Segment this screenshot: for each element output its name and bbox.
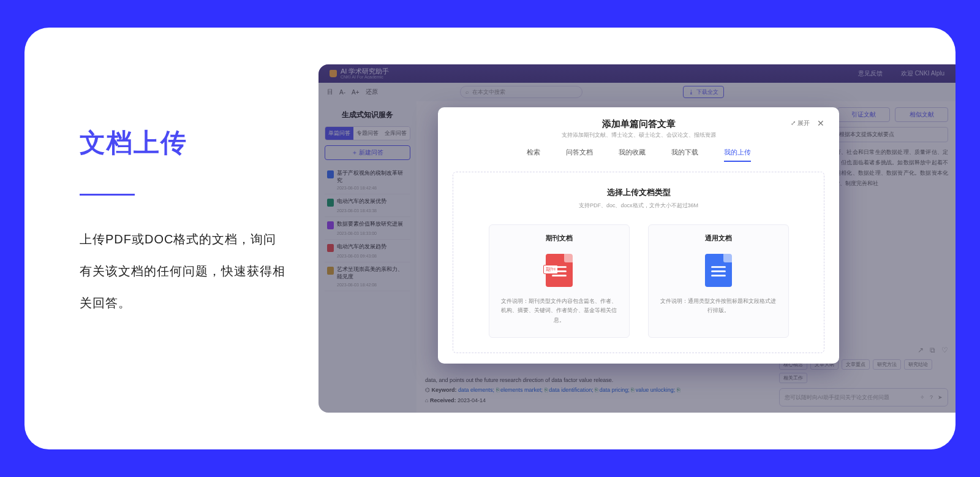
modal-tab[interactable]: 我的下载 xyxy=(671,148,698,162)
upload-card-desc: 文件说明：期刊类型文件内容包含篇名、作者、机构、摘要、关键词、作者简介、基金等相… xyxy=(500,297,618,325)
share-icon[interactable]: ↗ xyxy=(918,346,924,354)
suggestion-chip[interactable]: 文章重点 xyxy=(842,359,870,370)
like-icon[interactable]: ♡ xyxy=(941,346,948,354)
modal-tabs: 检索问答文档我的收藏我的下载我的上传 xyxy=(453,148,824,162)
upload-card-journal[interactable]: 期刊文档 期刊 文件说明：期刊类型文件内容包含篇名、作者、机构、摘要、关键词、作… xyxy=(489,224,630,338)
upload-card-desc: 文件说明：通用类型文件按照标题和文段格式进行排版。 xyxy=(660,297,777,316)
file-icon xyxy=(327,199,334,207)
upload-title: 选择上传文档类型 xyxy=(607,187,671,198)
keyword[interactable]: data pricing; xyxy=(598,387,631,393)
doc-search-input[interactable]: ⌕ 在本文中搜索 xyxy=(460,86,582,98)
sidebar-item-label: 电动汽车的发展趋势 xyxy=(337,243,386,251)
received-line: ⌂ Received: 2023-04-14 xyxy=(425,397,763,405)
sidebar-item[interactable]: 电动汽车的发展优势2023-08-03 18:43:38 xyxy=(325,194,410,217)
feedback-link[interactable]: 意见反馈 xyxy=(858,69,883,78)
brand-line2: CNKI AI For Academic xyxy=(341,75,389,80)
modal-tab[interactable]: 我的上传 xyxy=(724,148,751,162)
suggestion-chip[interactable]: 研究结论 xyxy=(904,359,932,370)
key-icon: ⌬ xyxy=(425,387,432,393)
sidebar-item[interactable]: 基于产权视角的税制改革研究2023-08-03 18:42:48 xyxy=(325,166,410,194)
toolbar: 目 A- A+ 还原 ⌕ 在本文中搜索 ⭳ 下载全文 xyxy=(318,83,956,101)
feature-description: 上传PDF或DOC格式的文档，询问有关该文档的任何问题，快速获得相关回答。 xyxy=(80,223,288,319)
calendar-icon: ⌂ xyxy=(425,397,430,403)
modal-tab[interactable]: 问答文档 xyxy=(566,148,593,162)
copy-icon[interactable]: ⧉ xyxy=(930,346,935,354)
keyword[interactable]: data elements; xyxy=(458,387,496,393)
suggestion-chip[interactable]: 研究方法 xyxy=(873,359,901,370)
keywords-line: ⌬ Keyword: data elements; ⎘ elements mar… xyxy=(425,386,763,395)
copy-keyword-icon[interactable]: ⎘ xyxy=(677,387,680,393)
upload-card-general[interactable]: 通用文档 文件说明：通用类型文件按照标题和文段格式进行排版。 xyxy=(648,224,789,338)
help-icon[interactable]: ? xyxy=(930,394,933,400)
sidebar-tab-single[interactable]: 单篇问答 xyxy=(325,127,353,140)
search-icon: ⌕ xyxy=(466,89,469,95)
file-type-icon: 期刊 xyxy=(546,254,573,287)
add-article-modal: 添加单篇问答文章 ⤢ 展开 ✕ 支持添加期刊文献、博士论文、硕士论文、会议论文、… xyxy=(438,107,839,364)
file-icon xyxy=(327,170,334,178)
download-button[interactable]: ⭳ 下载全文 xyxy=(683,86,724,98)
file-icon xyxy=(327,221,334,229)
new-question-button[interactable]: ＋ 新建问答 xyxy=(325,145,410,160)
sidebar-title: 生成式知识服务 xyxy=(325,110,410,120)
welcome-text: 欢迎 CNKI Alplu xyxy=(901,69,944,78)
divider xyxy=(80,194,135,196)
brand-line1: AI 学术研究助手 xyxy=(341,67,389,75)
sidebar-tab-all[interactable]: 全库问答 xyxy=(382,127,410,140)
chat-input[interactable]: 您可以随时向AI助手提问关于论文任何问题 ✧ ? ➤ xyxy=(779,388,948,406)
upload-subtitle: 支持PDF、doc、docx格式，文件大小不超过36M xyxy=(579,202,698,210)
sidebar: 生成式知识服务 单篇问答 专题问答 全库问答 ＋ 新建问答 基于产权视角的税制改… xyxy=(318,101,417,413)
font-inc-button[interactable]: A+ xyxy=(352,89,360,96)
sidebar-item-meta: 2023-08-03 09:43:08 xyxy=(337,254,408,258)
app-screenshot: AI 学术研究助手 CNKI AI For Academic 意见反馈 欢迎 C… xyxy=(318,64,956,413)
keyword[interactable]: data identification; xyxy=(548,387,595,393)
restore-button[interactable]: 还原 xyxy=(366,88,378,96)
modal-tab[interactable]: 我的收藏 xyxy=(619,148,646,162)
font-dec-button[interactable]: A- xyxy=(339,89,345,96)
file-type-icon xyxy=(705,254,732,287)
close-icon[interactable]: ✕ xyxy=(817,118,824,128)
upload-zone: 选择上传文档类型 支持PDF、doc、docx格式，文件大小不超过36M 期刊文… xyxy=(453,172,824,353)
keyword[interactable]: value unlocking; xyxy=(634,387,677,393)
rp-tab-1[interactable]: 引证文献 xyxy=(837,107,891,122)
rp-tab-2[interactable]: 相似文献 xyxy=(895,107,948,122)
feature-description-pane: 文档上传 上传PDF或DOC格式的文档，询问有关该文档的任何问题，快速获得相关回… xyxy=(80,64,288,413)
modal-title: 添加单篇问答文章 xyxy=(602,118,676,130)
idea-icon[interactable]: ✧ xyxy=(920,394,925,400)
sidebar-item-label: 数据要素价值释放研究进展 xyxy=(337,221,403,228)
sidebar-item[interactable]: 艺术呈现崇高美的亲和力、能见度2023-08-03 18:42:08 xyxy=(325,262,410,291)
sidebar-item[interactable]: 数据要素价值释放研究进展2023-08-03 18:33:00 xyxy=(325,217,410,240)
modal-subtitle: 支持添加期刊文献、博士论文、硕士论文、会议论文、报纸资源 xyxy=(453,131,824,139)
sidebar-item[interactable]: 电动汽车的发展趋势2023-08-03 09:43:08 xyxy=(325,240,410,262)
sidebar-item-label: 基于产权视角的税制改革研究 xyxy=(337,170,408,184)
sidebar-item-label: 艺术呈现崇高美的亲和力、能见度 xyxy=(337,266,408,280)
abstract-line: data, and points out the future research… xyxy=(425,376,763,385)
modal-tab[interactable]: 检索 xyxy=(527,148,540,162)
sidebar-item-meta: 2023-08-03 18:43:38 xyxy=(337,208,408,213)
sidebar-item-meta: 2023-08-03 18:42:08 xyxy=(337,283,408,287)
suggestion-chip[interactable]: 相关工作 xyxy=(779,373,807,383)
sidebar-item-label: 电动汽车的发展优势 xyxy=(337,198,386,205)
file-icon xyxy=(327,267,334,275)
rp-actions: ↗ ⧉ ♡ xyxy=(918,346,948,354)
app-header: AI 学术研究助手 CNKI AI For Academic 意见反馈 欢迎 C… xyxy=(318,64,956,83)
sidebar-item-meta: 2023-08-03 18:42:48 xyxy=(337,186,408,190)
header-links: 意见反馈 欢迎 CNKI Alplu xyxy=(858,69,944,78)
sidebar-tabs: 单篇问答 专题问答 全库问答 xyxy=(325,126,410,140)
brand-flame-icon xyxy=(330,70,337,77)
file-icon xyxy=(327,244,334,252)
upload-card-title: 通用文档 xyxy=(705,234,732,243)
sidebar-item-meta: 2023-08-03 18:33:00 xyxy=(337,231,408,235)
download-icon: ⭳ xyxy=(688,89,694,95)
app-brand: AI 学术研究助手 CNKI AI For Academic xyxy=(330,67,389,80)
send-icon[interactable]: ➤ xyxy=(938,394,943,400)
expand-button[interactable]: ⤢ 展开 xyxy=(791,119,810,128)
feature-card: 文档上传 上传PDF或DOC格式的文档，询问有关该文档的任何问题，快速获得相关回… xyxy=(24,28,956,449)
keyword[interactable]: elements market; xyxy=(499,387,545,393)
feature-title: 文档上传 xyxy=(80,126,288,160)
upload-card-title: 期刊文档 xyxy=(546,234,573,243)
toc-button[interactable]: 目 xyxy=(327,88,333,96)
sidebar-tab-topic[interactable]: 专题问答 xyxy=(353,127,382,140)
